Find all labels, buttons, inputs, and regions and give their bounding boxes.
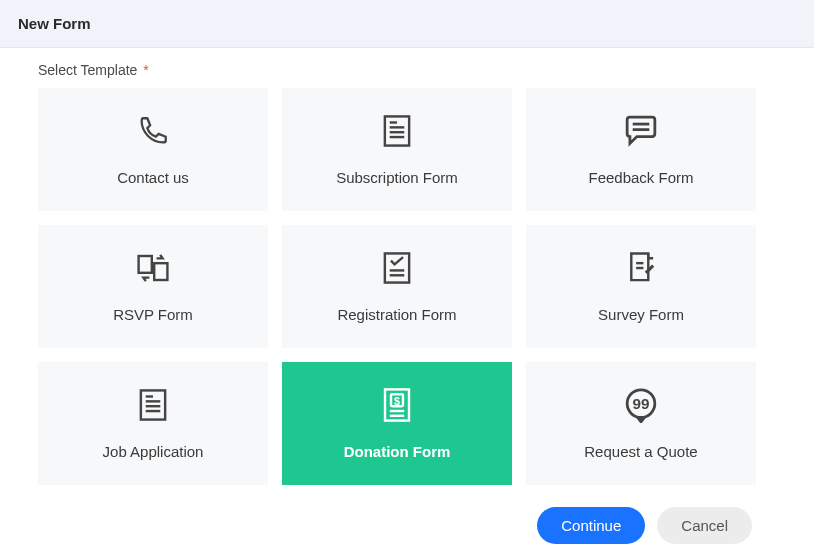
modal-title: New Form [18,15,796,32]
template-card-survey-form[interactable]: Survey Form [526,225,756,348]
document-lines-icon [379,113,415,149]
modal-content: Select Template * Contact us [0,48,814,559]
template-label: Donation Form [344,443,451,460]
svg-text:99: 99 [633,395,650,412]
donation-icon: $ [379,387,415,423]
select-template-label: Select Template * [38,62,776,78]
template-card-donation-form[interactable]: $ Donation Form [282,362,512,485]
svg-rect-7 [139,256,152,273]
modal-footer: Continue Cancel [38,495,776,544]
chat-icon [623,113,659,149]
template-grid: Contact us Subscription Form [38,88,776,485]
phone-icon [135,113,171,149]
template-card-contact-us[interactable]: Contact us [38,88,268,211]
continue-button[interactable]: Continue [537,507,645,544]
template-label: Subscription Form [336,169,458,186]
survey-icon [623,250,659,286]
quote-icon: 99 [623,387,659,423]
template-label: Feedback Form [588,169,693,186]
template-label: Request a Quote [584,443,697,460]
checklist-icon [379,250,415,286]
template-label: RSVP Form [113,306,193,323]
template-label: Contact us [117,169,189,186]
cancel-button[interactable]: Cancel [657,507,752,544]
template-card-rsvp-form[interactable]: RSVP Form [38,225,268,348]
svg-rect-8 [154,263,167,280]
svg-text:$: $ [394,395,400,407]
required-indicator: * [143,62,148,78]
template-card-subscription-form[interactable]: Subscription Form [282,88,512,211]
document-lines-icon [135,387,171,423]
svg-rect-9 [385,253,409,282]
template-card-request-a-quote[interactable]: 99 Request a Quote [526,362,756,485]
field-label-text: Select Template [38,62,137,78]
template-card-job-application[interactable]: Job Application [38,362,268,485]
rsvp-icon [135,250,171,286]
modal-header: New Form [0,0,814,48]
template-card-feedback-form[interactable]: Feedback Form [526,88,756,211]
template-label: Survey Form [598,306,684,323]
template-label: Registration Form [337,306,456,323]
template-label: Job Application [103,443,204,460]
template-card-registration-form[interactable]: Registration Form [282,225,512,348]
